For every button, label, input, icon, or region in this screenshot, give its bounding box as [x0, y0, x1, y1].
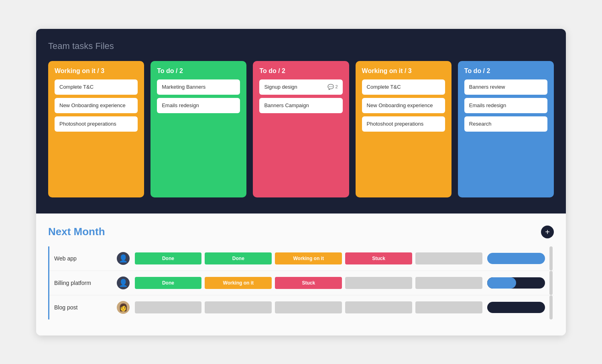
row-label: Billing platform [49, 270, 113, 295]
avatar: 👤 [117, 252, 130, 265]
mini-scrollbar[interactable] [549, 246, 553, 270]
app-title: Team tasks Files [48, 41, 554, 51]
col-header-col5: To do / 2 [464, 67, 547, 75]
status-cell[interactable] [414, 295, 484, 319]
status-pill [415, 301, 482, 313]
status-cell[interactable]: Working on it [203, 270, 273, 295]
app-title-main: Team tasks [48, 41, 93, 51]
row-avatar: 👤 [113, 270, 133, 295]
progress-cell [484, 270, 548, 295]
mini-scrollbar[interactable] [549, 295, 553, 319]
status-pill: Done [205, 252, 272, 264]
kanban-card[interactable]: Emails redesign [157, 98, 240, 113]
status-cell[interactable]: Working on it [273, 246, 344, 271]
progress-cell [484, 246, 548, 271]
status-pill [345, 301, 412, 313]
kanban-card[interactable]: Emails redesign [464, 98, 547, 113]
status-cell[interactable] [414, 270, 484, 295]
col-header-col2: To do / 2 [157, 67, 240, 75]
kanban-board: Working on it / 3Complete T&CNew Onboard… [48, 61, 554, 197]
kanban-card[interactable]: Photoshoot preperations [362, 116, 445, 132]
kanban-col-col5: To do / 2Banners reviewEmails redesignRe… [458, 61, 554, 197]
table-row: Billing platform👤DoneWorking on itStuck [49, 270, 554, 295]
timeline-table: Web app👤DoneDoneWorking on itStuck Billi… [48, 246, 554, 319]
status-pill [275, 301, 342, 313]
scrollbar-col [548, 246, 554, 271]
kanban-card[interactable]: Banners review [464, 79, 547, 95]
kanban-card[interactable]: New Onboarding experience [55, 98, 138, 113]
col-header-col4: Working on it / 3 [362, 67, 445, 75]
avatar: 👤 [117, 277, 130, 289]
table-row: Web app👤DoneDoneWorking on itStuck [49, 246, 554, 271]
add-button[interactable]: + [541, 226, 554, 238]
kanban-card[interactable]: Marketing Banners [157, 79, 240, 95]
progress-bar-outer [487, 277, 545, 289]
status-pill [345, 277, 412, 289]
row-label: Web app [49, 246, 113, 271]
scrollbar-col [548, 270, 554, 295]
status-cell[interactable] [203, 295, 273, 319]
avatar: 👩 [117, 301, 130, 314]
status-pill: Working on it [205, 277, 272, 289]
row-avatar: 👤 [113, 246, 133, 271]
section-header: Next Month + [48, 226, 554, 238]
status-pill [415, 277, 482, 289]
table-row: Blog post👩 [49, 295, 554, 319]
scrollbar-col [548, 295, 554, 319]
status-cell[interactable] [344, 270, 414, 295]
status-cell[interactable]: Done [133, 270, 203, 295]
kanban-card[interactable]: Complete T&C [362, 79, 445, 95]
kanban-card[interactable]: Photoshoot preperations [55, 116, 138, 132]
status-cell[interactable] [414, 246, 484, 271]
status-cell[interactable]: Stuck [344, 246, 414, 271]
next-month-title: Next Month [48, 226, 105, 238]
status-pill [135, 301, 202, 313]
comment-icon: 💬 [327, 83, 334, 91]
status-pill: Stuck [345, 252, 412, 264]
row-avatar: 👩 [113, 295, 133, 319]
mini-scrollbar[interactable] [549, 271, 553, 295]
status-pill: Done [135, 277, 202, 289]
progress-bar-empty [487, 302, 545, 313]
status-cell[interactable]: Done [203, 246, 273, 271]
status-pill [205, 301, 272, 313]
kanban-card[interactable]: New Onboarding experience [362, 98, 445, 113]
kanban-col-col2: To do / 2Marketing BannersEmails redesig… [150, 61, 246, 197]
status-cell[interactable] [133, 295, 203, 319]
kanban-col-col4: Working on it / 3Complete T&CNew Onboard… [356, 61, 452, 197]
card-text: Signup design [264, 83, 297, 91]
bottom-section: Next Month + Web app👤DoneDoneWorking on … [36, 214, 566, 336]
kanban-card[interactable]: Banners Campaign [259, 98, 342, 113]
col-header-col3: To do / 2 [259, 67, 342, 75]
status-pill: Working on it [275, 252, 342, 264]
kanban-col-col1: Working on it / 3Complete T&CNew Onboard… [48, 61, 144, 197]
row-label: Blog post [49, 295, 113, 319]
app-wrapper: Team tasks Files Working on it / 3Comple… [36, 29, 566, 336]
col-header-col1: Working on it / 3 [55, 67, 138, 75]
status-cell[interactable]: Done [133, 246, 203, 271]
progress-bar-inner [487, 277, 516, 289]
progress-bar-full [487, 253, 545, 264]
status-cell[interactable]: Stuck [273, 270, 344, 295]
status-cell[interactable] [273, 295, 344, 319]
app-title-sub: Files [93, 41, 114, 51]
kanban-card[interactable]: Research [464, 116, 547, 132]
kanban-col-col3: To do / 2Signup design💬 2Banners Campaig… [253, 61, 349, 197]
status-pill [415, 252, 482, 264]
kanban-section: Team tasks Files Working on it / 3Comple… [36, 29, 566, 214]
kanban-card[interactable]: Signup design💬 2 [259, 79, 342, 95]
kanban-card[interactable]: Complete T&C [55, 79, 138, 95]
status-pill: Done [135, 252, 202, 264]
status-cell[interactable] [344, 295, 414, 319]
progress-cell [484, 295, 548, 319]
status-pill: Stuck [275, 277, 342, 289]
comment-badge: 💬 2 [327, 83, 338, 91]
